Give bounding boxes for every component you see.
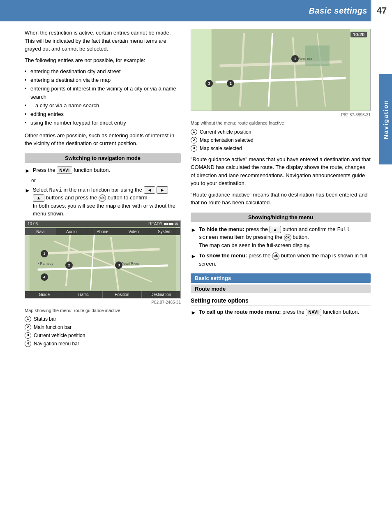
up-arrow-key: ▲ [270, 226, 281, 233]
or-text: or [31, 178, 181, 183]
show-menu-content: To show the menu: press the ok button wh… [199, 252, 371, 268]
step2-suffix: buttons and press the [46, 194, 97, 201]
step2-confirm: button to confirm. [108, 194, 149, 201]
map1-menu-phone: Phone [87, 228, 118, 235]
map1-bottom-traffic: Traffic [64, 291, 103, 298]
map1-time: 10:06 [28, 222, 38, 226]
call-up-content: To call up the route mode menu: press th… [199, 308, 371, 316]
circle-1: 1 [191, 129, 197, 135]
map2-circle-3: 3 [205, 80, 213, 87]
map1-menu-system: System [149, 228, 180, 235]
ok-btn-show: ok [272, 252, 279, 260]
hide-note: The map can be seen in the full-screen d… [199, 242, 310, 248]
page-number: 47 [371, 0, 392, 21]
call-up-text: press the [282, 309, 306, 315]
list-item: 4 Navigation menu bar [25, 340, 181, 347]
svg-rect-16 [305, 46, 329, 66]
circle-3: 3 [191, 145, 197, 152]
map1-circle-4: 4 [41, 273, 48, 281]
map1-image: • Pearl River • Ramsey 10:06 READY ■■■■ … [25, 220, 181, 298]
list-item: a city or via a name search [25, 102, 181, 110]
circle-1: 1 [25, 316, 31, 322]
ok-btn-hide: ok [284, 234, 291, 241]
map1-ref: P82.87-2465-31 [25, 300, 181, 305]
hide-menu-content: To hide the menu: press the ▲ button and… [199, 225, 371, 250]
arrow-icon: ► [25, 167, 30, 175]
call-up-text2: function button. [323, 309, 359, 315]
navi-key: NAVI [57, 167, 72, 174]
map2-circle-2: 2 [227, 80, 234, 87]
bullet-list: entering the destination city and street… [25, 67, 181, 127]
list-item: entering the destination city and street [25, 67, 181, 76]
map1-menu-audio: Audio [56, 228, 88, 235]
route-guidance-active-text: "Route guidance active" means that you h… [191, 155, 371, 187]
item-3-text: Current vehicle position [34, 332, 85, 339]
list-item: 1 Current vehicle position [191, 128, 371, 136]
step1-content: Press the NAVI function button. [33, 166, 181, 174]
arrow-icon: ► [25, 186, 30, 195]
circle-4: 4 [25, 340, 31, 347]
side-tab-label: Navigation [382, 99, 389, 139]
map1-circle-1: 1 [41, 250, 48, 257]
showing-hiding-header: Showing/hiding the menu [191, 213, 371, 222]
item-1-text: Current vehicle position [200, 128, 251, 136]
item-3-text: Map scale selected [200, 145, 242, 152]
map1-status-bar: 10:06 READY ■■■■ ✉ [25, 221, 180, 227]
hide-text: press the [246, 226, 269, 232]
side-tab: Navigation [379, 74, 392, 164]
item-1-text: Status bar [34, 315, 56, 323]
call-up-bold: To call up the route mode menu: [199, 309, 281, 315]
map1-menu-row: Navi Audio Phone Video System [25, 228, 180, 235]
circle-2: 2 [25, 324, 31, 331]
map1-menu-navi: Navi [25, 228, 56, 235]
map2-ref: P82.87-3893-31 [191, 113, 371, 117]
hide-text4: button. [293, 234, 309, 240]
left-column: When the restriction is active, certain … [25, 29, 181, 351]
item-2-text: Main function bar [34, 324, 71, 331]
hide-text2: button and confirm the [282, 226, 337, 232]
step2-item: ► Select Navi in the main function bar u… [25, 186, 181, 218]
up-key: ▲ [33, 194, 44, 202]
map1-bottom-destination: Destination [142, 291, 181, 298]
list-item: 1 Status bar [25, 315, 181, 323]
map1-bottom-position: Position [103, 291, 142, 298]
svg-rect-9 [212, 29, 350, 111]
other-entries-text: Other entries are possible, such as ente… [25, 132, 181, 148]
list-item: 3 Current vehicle position [25, 332, 181, 339]
left-key: ◄ [144, 186, 155, 194]
step1-suffix: function button. [74, 167, 110, 173]
map2-svg: • 1: Road use [191, 29, 370, 111]
map2-numbered-list: 1 Current vehicle position 2 Map orienta… [191, 128, 371, 152]
ok-button: ok [99, 194, 106, 202]
route-guidance-inactive-text: "Route guidance inactive" means that no … [191, 191, 371, 207]
hide-text3: menu item by pressing the [219, 234, 284, 240]
circle-2: 2 [191, 137, 197, 143]
item-2-text: Map orientation selected [200, 136, 254, 144]
arrow-icon: ► [191, 308, 196, 317]
intro-para-2: The following entries are not possible, … [25, 56, 181, 65]
list-item: 3 Map scale selected [191, 145, 371, 152]
step2-middle: in the main function bar using the [64, 187, 143, 193]
route-mode-subheader: Route mode [191, 285, 371, 293]
step1-item: ► Press the NAVI function button. [25, 166, 181, 175]
basic-settings-header: Basic settings [191, 273, 371, 283]
step2-prefix: Select [33, 187, 48, 193]
map1-bottom-bar: Guide Traffic Position Destination [25, 291, 180, 298]
main-content: When the restriction is active, certain … [0, 21, 392, 358]
map1-bottom-guide: Guide [25, 291, 64, 298]
circle-3: 3 [25, 332, 31, 339]
call-up-item: ► To call up the route mode menu: press … [191, 308, 371, 317]
show-bold: To show the menu: [199, 252, 247, 259]
map2-time: 10:20 [350, 32, 367, 37]
map1-menu-video: Video [118, 228, 150, 235]
arrow-icon: ► [191, 226, 196, 234]
list-item: 2 Main function bar [25, 324, 181, 331]
list-item: using the number keypad for direct entry [25, 119, 181, 127]
navi-key-2: NAVI [306, 309, 321, 316]
list-item: entering points of interest in the vicin… [25, 85, 181, 102]
list-item: editing entries [25, 110, 181, 119]
intro-para-1: When the restriction is active, certain … [25, 29, 181, 53]
map1-caption: Map showing the menu; route guidance ina… [25, 307, 181, 314]
step2-content: Select Navi in the main function bar usi… [33, 186, 181, 218]
map2-caption: Map without the menu; route guidance ina… [191, 120, 371, 127]
